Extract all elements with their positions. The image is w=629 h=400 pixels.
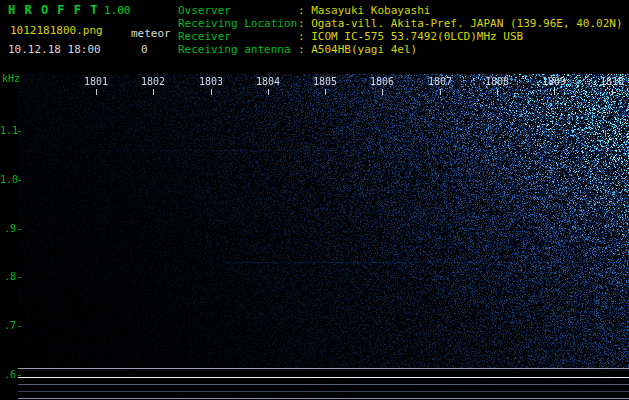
y-tick-label: .8 [0, 272, 16, 282]
station-info: Ovserver : Masayuki Kobayashi Receiving … [178, 5, 623, 55]
x-tick-label: 1803 [196, 77, 226, 87]
info-value-location: : Ogata-vill. Akita-Pref. JAPAN (139.96E… [298, 18, 623, 29]
x-tick-mark [440, 89, 441, 95]
info-label-antenna: Receiving antenna [178, 44, 298, 55]
y-tick-label: .9 [0, 224, 16, 234]
x-tick-label: 1810 [597, 77, 627, 87]
x-tick-mark [211, 89, 212, 95]
x-tick-label: 1804 [253, 77, 283, 87]
x-tick-mark [268, 89, 269, 95]
signal-level-line [18, 377, 629, 378]
y-tick-mark [18, 375, 21, 376]
info-value-observer: : Masayuki Kobayashi [298, 5, 623, 16]
x-tick-mark [554, 89, 555, 95]
y-tick-label: 1.0 [0, 175, 16, 185]
app-title: H R O F F T [8, 3, 98, 17]
x-tick-label: 1801 [81, 77, 111, 87]
x-tick-label: 1805 [310, 77, 340, 87]
y-tick-mark [18, 277, 21, 278]
x-tick-mark [153, 89, 154, 95]
x-tick-mark [497, 89, 498, 95]
hrofft-window: H R O F F T 1.00 1012181800.png meteor 1… [0, 0, 629, 400]
signal-level-line [18, 391, 629, 392]
y-tick-mark [18, 229, 21, 230]
info-label-receiver: Receiver [178, 31, 298, 42]
x-tick-label: 1809 [539, 77, 569, 87]
y-tick-mark [18, 326, 21, 327]
x-tick-label: 1808 [482, 77, 512, 87]
signal-level-line [18, 368, 629, 369]
info-label-observer: Ovserver [178, 5, 298, 16]
echo-count: 0 [141, 43, 148, 56]
x-tick-mark [325, 89, 326, 95]
y-axis-unit: kHz [2, 74, 20, 84]
datetime-label: 10.12.18 18:00 [8, 43, 101, 56]
x-tick-mark [612, 89, 613, 95]
y-tick-mark [18, 131, 21, 132]
y-tick-mark [18, 180, 21, 181]
app-version: 1.00 [104, 4, 131, 17]
signal-level-line [18, 398, 629, 399]
x-tick-label: 1802 [138, 77, 168, 87]
y-tick-label: .6 [0, 370, 16, 380]
y-tick-label: 1.1 [0, 126, 16, 136]
x-tick-label: 1807 [425, 77, 455, 87]
info-value-receiver: : ICOM IC-575 53.7492(0LCD)MHz USB [298, 31, 623, 42]
signal-level-line [18, 384, 629, 385]
mode-label: meteor [131, 27, 171, 40]
spectrogram-canvas [18, 74, 629, 400]
x-tick-label: 1806 [367, 77, 397, 87]
info-value-antenna: : A504HB(yagi 4el) [298, 44, 623, 55]
spectrogram-panel: kHz 1.1 1.0 .9 .8 .7 .6 1801 1802 1803 1… [0, 74, 629, 400]
output-filename: 1012181800.png [10, 24, 103, 37]
x-tick-mark [96, 89, 97, 95]
x-tick-mark [382, 89, 383, 95]
y-tick-label: .7 [0, 321, 16, 331]
info-label-location: Receiving Location [178, 18, 298, 29]
